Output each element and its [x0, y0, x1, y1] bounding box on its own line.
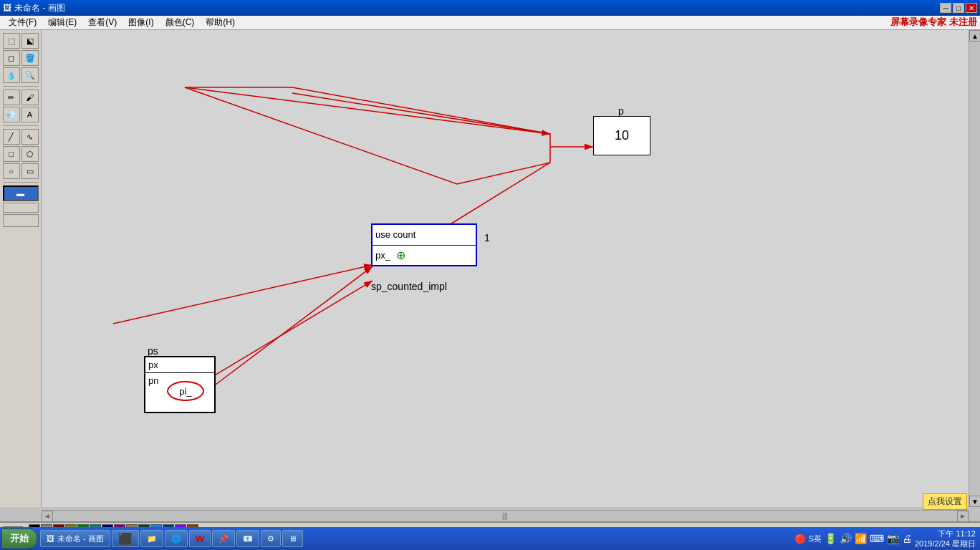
taskbar-teamviewer[interactable]: ⬛ [112, 530, 139, 547]
use-count-row2: px_ ⊕ [373, 246, 476, 266]
taskbar-app8[interactable]: 🖥 [282, 530, 303, 547]
chrome-icon: 🌐 [171, 534, 181, 544]
tray-icon-2: S英 [809, 534, 822, 544]
tool-eyedropper[interactable]: 💧 [3, 67, 20, 83]
tray-icon-4[interactable]: 🔊 [840, 533, 852, 544]
menu-edit[interactable]: 编辑(E) [42, 15, 82, 30]
app7-icon: ⚙ [267, 534, 274, 544]
taskbar-app7[interactable]: ⚙ [261, 530, 281, 547]
taskbar-app6[interactable]: 📧 [236, 530, 259, 547]
tool-select-rect[interactable]: ⬚ [3, 33, 20, 49]
float-settings-button[interactable]: 点我设置 [923, 493, 967, 510]
filemanager-icon: 📁 [147, 534, 157, 544]
taskbar-filemanager[interactable]: 📁 [140, 530, 163, 547]
tool-line[interactable]: ╱ [3, 129, 20, 145]
taskbar-clock[interactable]: 下午 11:12 2019/2/24 星期日 [915, 529, 976, 549]
tray-icon-8[interactable]: 🖨 [902, 533, 912, 544]
tool-eraser[interactable]: ◻ [3, 50, 20, 66]
tool-fill[interactable]: 🪣 [21, 50, 39, 66]
tray-icon-6[interactable]: ⌨ [870, 533, 884, 544]
taskbar-paintapp[interactable]: 🖼 未命名 - 画图 [40, 530, 110, 547]
titlebar-left: 🖼 未命名 - 画图 [3, 2, 65, 14]
tool-row-2: ◻ 🪣 [3, 50, 39, 66]
taskbar-wps[interactable]: W [189, 530, 211, 547]
tool-selected-active[interactable]: ▬ [3, 185, 39, 201]
scroll-up-arrow[interactable]: ▲ [969, 30, 980, 42]
watermark: 屏幕录像专家 未注册 [890, 16, 977, 29]
tool-rounded-rect[interactable]: ▭ [21, 163, 39, 179]
minimize-button[interactable]: ─ [940, 3, 951, 13]
scroll-right-arrow[interactable]: ► [957, 511, 969, 522]
pi-label: pi_ [179, 386, 191, 397]
clock-date: 2019/2/24 星期日 [915, 539, 976, 549]
scroll-left-arrow[interactable]: ◄ [42, 511, 53, 522]
tool-separator-3 [3, 182, 39, 183]
ps-label: ps [148, 345, 158, 357]
tool-ellipse[interactable]: ○ [3, 163, 20, 179]
app6-icon: 📧 [243, 534, 253, 544]
tool-thickness-medium[interactable] [3, 214, 39, 227]
app8-icon: 🖥 [289, 534, 297, 543]
svg-line-0 [185, 87, 550, 134]
tool-curve[interactable]: ∿ [21, 129, 39, 145]
tool-polygon[interactable]: ⬠ [21, 146, 39, 162]
menu-file[interactable]: 文件(F) [3, 15, 42, 30]
toolbar: ⬚ ⬕ ◻ 🪣 💧 🔍 ✏ 🖌 💨 A ╱ ∿ □ ⬠ ○ ▭ ▬ [0, 30, 42, 507]
titlebar: 🖼 未命名 - 画图 ─ □ ✕ [0, 0, 980, 16]
tool-row-5: 💨 A [3, 107, 39, 122]
menu-image[interactable]: 图像(I) [123, 15, 159, 30]
menu-help[interactable]: 帮助(H) [200, 15, 241, 30]
tool-thickness-thin[interactable] [3, 203, 39, 213]
paintapp-label: 未命名 - 画图 [57, 534, 104, 544]
tool-separator-1 [3, 86, 39, 87]
tool-row-3: 💧 🔍 [3, 67, 39, 83]
use-count-value: 1 [484, 232, 490, 243]
app5-icon: 📌 [218, 534, 229, 544]
tool-select-free[interactable]: ⬕ [21, 33, 39, 49]
taskbar-app5[interactable]: 📌 [212, 530, 235, 547]
taskbar-chrome[interactable]: 🌐 [165, 530, 188, 547]
svg-line-1 [292, 93, 550, 134]
menu-view[interactable]: 查看(V) [82, 15, 123, 30]
tool-separator-2 [3, 125, 39, 126]
use-count-row1: use count [373, 225, 476, 246]
window-title: 未命名 - 画图 [14, 2, 65, 14]
svg-marker-2 [185, 87, 550, 184]
tool-row-8: ○ ▭ [3, 163, 39, 179]
p-box: 10 [593, 116, 650, 155]
tool-rect[interactable]: □ [3, 146, 20, 162]
tool-row-1: ⬚ ⬕ [3, 33, 39, 49]
px-label: px_ [375, 250, 390, 261]
tool-row-6: ╱ ∿ [3, 129, 39, 145]
tool-row-7: □ ⬠ [3, 146, 39, 162]
windows-taskbar: 开始 🖼 未命名 - 画图 ⬛ 📁 🌐 W 📌 📧 ⚙ 🖥 🔴 S英 🔋 🔊 📶… [0, 527, 980, 550]
menu-color[interactable]: 颜色(C) [160, 15, 201, 30]
start-button[interactable]: 开始 [1, 529, 37, 549]
close-button[interactable]: ✕ [966, 3, 977, 13]
scrollbar-bottom[interactable]: ◄ ||| ► [42, 510, 969, 521]
use-count-box[interactable]: use count px_ ⊕ [371, 223, 477, 266]
scroll-down-arrow[interactable]: ▼ [969, 496, 980, 507]
use-count-label: use count [375, 229, 415, 240]
wps-icon: W [196, 534, 204, 544]
scrollbar-right[interactable]: ▲ ▼ [969, 30, 980, 507]
svg-line-7 [113, 265, 373, 324]
tool-airbrush[interactable]: 💨 [3, 107, 20, 122]
paintapp-icon: 🖼 [47, 534, 54, 543]
diagram-svg [42, 30, 969, 507]
tray-icon-5[interactable]: 📶 [855, 533, 867, 544]
tool-text[interactable]: A [21, 107, 39, 122]
tray-icon-7[interactable]: 📷 [887, 533, 899, 544]
maximize-button[interactable]: □ [953, 3, 964, 13]
canvas-area[interactable]: p 10 use count px_ ⊕ 1 sp_counted_impl p… [42, 30, 969, 507]
tray-icon-1: 🔴 [794, 534, 806, 544]
tool-pencil[interactable]: ✏ [3, 90, 20, 105]
tool-magnify[interactable]: 🔍 [21, 67, 39, 83]
clock-time: 下午 11:12 [915, 529, 976, 539]
ps-row-px: px [145, 357, 214, 373]
tray-icon-3[interactable]: 🔋 [825, 533, 837, 544]
titlebar-controls: ─ □ ✕ [940, 3, 977, 13]
crosshair-icon: ⊕ [396, 249, 405, 262]
scroll-thumb: ||| [502, 512, 508, 520]
tool-brush[interactable]: 🖌 [21, 90, 39, 105]
